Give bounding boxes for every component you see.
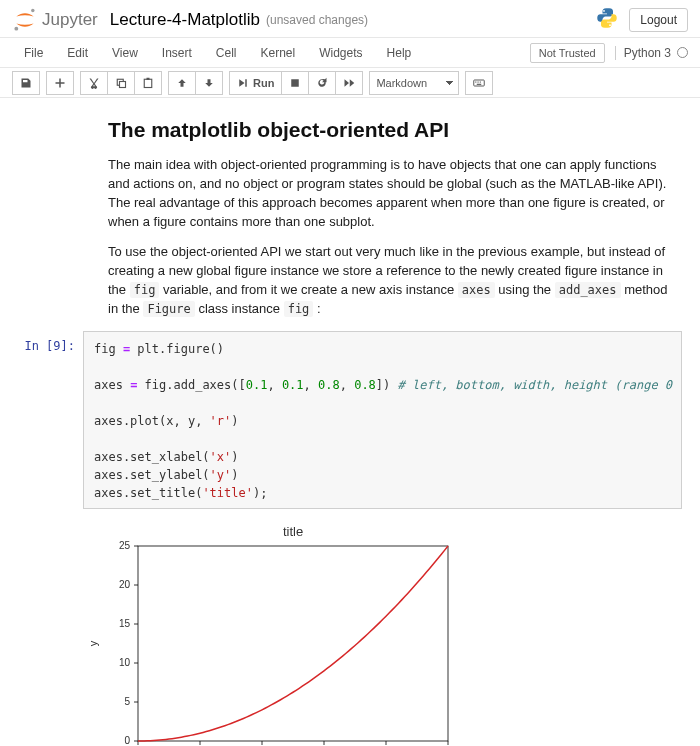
fast-forward-icon <box>343 77 355 89</box>
svg-text:5: 5 <box>124 696 130 707</box>
cell-type-select[interactable]: Markdown <box>369 71 459 95</box>
clipboard-icon <box>142 77 154 89</box>
refresh-icon <box>316 77 328 89</box>
kernel-status-icon <box>677 47 688 58</box>
menu-cell[interactable]: Cell <box>204 40 249 66</box>
menu-kernel[interactable]: Kernel <box>249 40 308 66</box>
run-all-button[interactable] <box>336 71 363 95</box>
brand-text: Jupyter <box>42 10 98 30</box>
matplotlib-figure: 0123450510152025xytitle <box>83 521 463 746</box>
svg-text:y: y <box>87 640 99 646</box>
insert-cell-button[interactable] <box>46 71 74 95</box>
svg-rect-6 <box>144 79 152 87</box>
kernel-indicator[interactable]: Python 3 <box>615 46 688 60</box>
run-button[interactable]: Run <box>229 71 282 95</box>
svg-rect-12 <box>480 81 481 82</box>
svg-rect-5 <box>120 81 126 87</box>
trusted-indicator[interactable]: Not Trusted <box>530 43 605 63</box>
svg-point-0 <box>31 8 34 11</box>
svg-rect-8 <box>292 79 300 87</box>
menu-widgets[interactable]: Widgets <box>307 40 374 66</box>
jupyter-icon <box>12 7 38 33</box>
scissors-icon <box>88 77 100 89</box>
svg-text:10: 10 <box>119 657 131 668</box>
svg-rect-9 <box>474 80 485 86</box>
kernel-name: Python 3 <box>624 46 671 60</box>
python-icon <box>595 6 629 33</box>
command-palette-button[interactable] <box>465 71 493 95</box>
arrow-down-icon <box>203 77 215 89</box>
svg-point-2 <box>603 10 605 12</box>
save-icon <box>20 77 32 89</box>
svg-point-1 <box>14 26 18 30</box>
menu-help[interactable]: Help <box>375 40 424 66</box>
svg-rect-10 <box>476 81 477 82</box>
logout-button[interactable]: Logout <box>629 8 688 32</box>
notebook-name[interactable]: Lecture-4-Matplotlib <box>110 10 260 30</box>
arrow-up-icon <box>176 77 188 89</box>
paragraph-2: To use the object-oriented API we start … <box>108 243 672 318</box>
cut-button[interactable] <box>80 71 108 95</box>
code-cell[interactable]: In [9]: fig = plt.figure() axes = fig.ad… <box>18 331 682 509</box>
code-input[interactable]: fig = plt.figure() axes = fig.add_axes([… <box>83 331 682 509</box>
jupyter-logo[interactable]: Jupyter <box>12 7 98 33</box>
menu-insert[interactable]: Insert <box>150 40 204 66</box>
svg-text:20: 20 <box>119 579 131 590</box>
interrupt-button[interactable] <box>282 71 309 95</box>
menu-file[interactable]: File <box>12 40 55 66</box>
move-down-button[interactable] <box>196 71 223 95</box>
copy-button[interactable] <box>108 71 135 95</box>
menu-edit[interactable]: Edit <box>55 40 100 66</box>
plus-icon <box>54 77 66 89</box>
svg-text:25: 25 <box>119 540 131 551</box>
input-prompt: In [9]: <box>18 331 83 509</box>
save-button[interactable] <box>12 71 40 95</box>
restart-button[interactable] <box>309 71 336 95</box>
output-plot: 0123450510152025xytitle <box>83 517 682 746</box>
svg-text:15: 15 <box>119 618 131 629</box>
svg-rect-14 <box>138 546 448 741</box>
svg-rect-13 <box>477 83 482 84</box>
svg-point-3 <box>609 24 611 26</box>
paragraph-1: The main idea with object-oriented progr… <box>108 156 672 231</box>
move-up-button[interactable] <box>168 71 196 95</box>
play-step-icon <box>237 77 249 89</box>
output-prompt <box>18 517 83 746</box>
output-cell: 0123450510152025xytitle <box>18 517 682 746</box>
svg-text:0: 0 <box>124 735 130 746</box>
svg-rect-11 <box>478 81 479 82</box>
stop-icon <box>289 77 301 89</box>
keyboard-icon <box>473 77 485 89</box>
svg-text:title: title <box>283 524 303 539</box>
menu-view[interactable]: View <box>100 40 150 66</box>
markdown-cell[interactable]: The matplotlib object-oriented API The m… <box>18 118 682 319</box>
paste-button[interactable] <box>135 71 162 95</box>
save-status: (unsaved changes) <box>266 13 368 27</box>
copy-icon <box>115 77 127 89</box>
svg-rect-7 <box>147 77 150 79</box>
heading: The matplotlib object-oriented API <box>108 118 672 142</box>
